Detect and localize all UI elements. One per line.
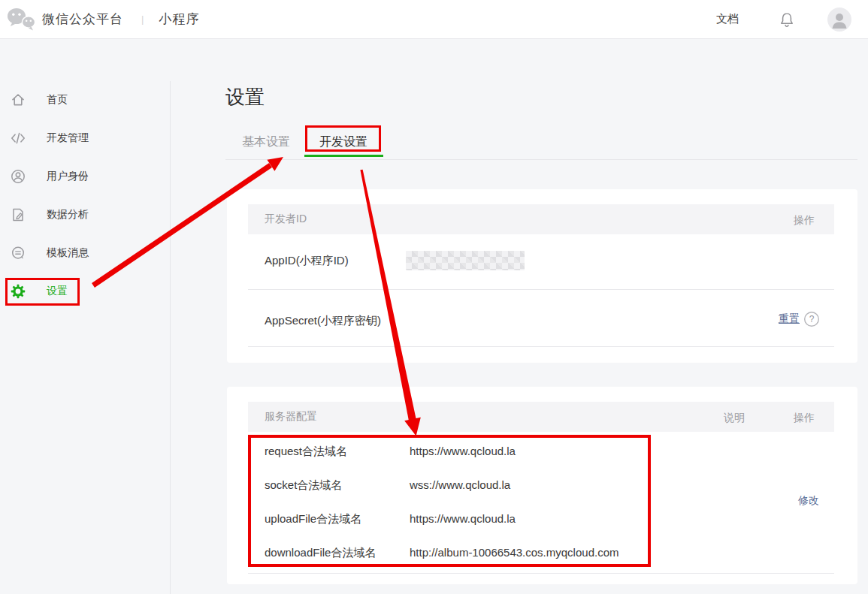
domain-row-label: downloadFile合法域名 — [265, 546, 376, 560]
top-bar: 微信公众平台 | 小程序 文档 — [0, 0, 868, 39]
tabs-divider — [225, 159, 857, 160]
sidebar-item-settings[interactable]: 设置 — [11, 278, 68, 305]
reset-link[interactable]: 重置 — [779, 312, 800, 326]
user-icon — [11, 169, 26, 184]
domain-row-value: https://www.qcloud.la — [410, 445, 516, 457]
appid-label: AppID(小程序ID) — [265, 254, 349, 268]
appid-masked-value — [406, 251, 525, 270]
wechat-logo-icon — [6, 7, 36, 32]
modify-link[interactable]: 修改 — [798, 494, 819, 508]
product-title: 小程序 — [159, 11, 199, 28]
tab-dev-settings[interactable]: 开发设置 — [319, 134, 367, 150]
help-icon[interactable]: ? — [803, 311, 820, 327]
message-icon — [11, 246, 26, 261]
avatar-person-icon — [827, 8, 851, 32]
brand-title: 微信公众平台 — [42, 11, 123, 28]
docs-link[interactable]: 文档 — [716, 12, 739, 26]
domain-row-label: uploadFile合法域名 — [265, 512, 361, 526]
sidebar-item-label: 用户身份 — [47, 170, 89, 183]
server-config-card: 服务器配置 说明 操作 request合法域名 https://www.qclo… — [227, 387, 857, 584]
sidebar-item-dev-manage[interactable]: 开发管理 — [11, 125, 89, 152]
sidebar-item-home[interactable]: 首页 — [11, 86, 68, 113]
sidebar-item-label: 开发管理 — [47, 131, 89, 145]
appsecret-label: AppSecret(小程序密钥) — [265, 314, 381, 328]
note-column-header: 说明 — [724, 412, 745, 425]
domain-row-label: socket合法域名 — [265, 478, 342, 493]
sidebar-item-data-analysis[interactable]: 数据分析 — [11, 201, 89, 228]
developer-id-card: 开发者ID 操作 AppID(小程序ID) AppSecret(小程序密钥) 重… — [227, 189, 857, 363]
developer-id-card-header: 开发者ID 操作 — [248, 204, 834, 234]
appsecret-actions: 重置 ? — [779, 311, 820, 327]
row-divider — [248, 289, 834, 290]
row-divider — [248, 573, 834, 574]
sidebar-item-label: 设置 — [47, 285, 68, 298]
sidebar-item-label: 首页 — [47, 93, 68, 107]
user-avatar[interactable] — [827, 8, 851, 32]
action-column-header: 操作 — [794, 214, 815, 228]
row-divider — [248, 346, 834, 347]
code-icon — [11, 131, 26, 146]
home-icon — [11, 92, 26, 107]
server-config-card-header: 服务器配置 说明 操作 — [248, 402, 834, 432]
domain-row-label: request合法域名 — [265, 445, 347, 459]
gear-icon — [11, 284, 26, 299]
data-analysis-icon — [11, 207, 26, 222]
brand-separator: | — [141, 14, 144, 25]
domain-row-value: http://album-10066543.cos.myqcloud.com — [410, 546, 619, 559]
card-title: 开发者ID — [265, 213, 307, 226]
sidebar-item-label: 数据分析 — [47, 208, 89, 222]
active-tab-underline — [304, 155, 383, 157]
domain-row-value: https://www.qcloud.la — [410, 512, 516, 525]
sidebar-item-template-message[interactable]: 模板消息 — [11, 240, 89, 267]
card-title: 服务器配置 — [265, 410, 317, 424]
tab-basic-settings[interactable]: 基本设置 — [242, 134, 290, 150]
domain-row-value: wss://www.qcloud.la — [410, 478, 510, 491]
sidebar-item-user-identity[interactable]: 用户身份 — [11, 163, 89, 190]
sidebar-divider — [170, 81, 171, 594]
sidebar: 首页 开发管理 用户身份 数据分析 — [0, 39, 170, 594]
svg-text:?: ? — [809, 314, 815, 324]
page-title: 设置 — [225, 84, 265, 110]
sidebar-item-label: 模板消息 — [47, 246, 89, 260]
action-column-header: 操作 — [794, 412, 815, 425]
notification-bell-icon[interactable] — [778, 11, 796, 29]
